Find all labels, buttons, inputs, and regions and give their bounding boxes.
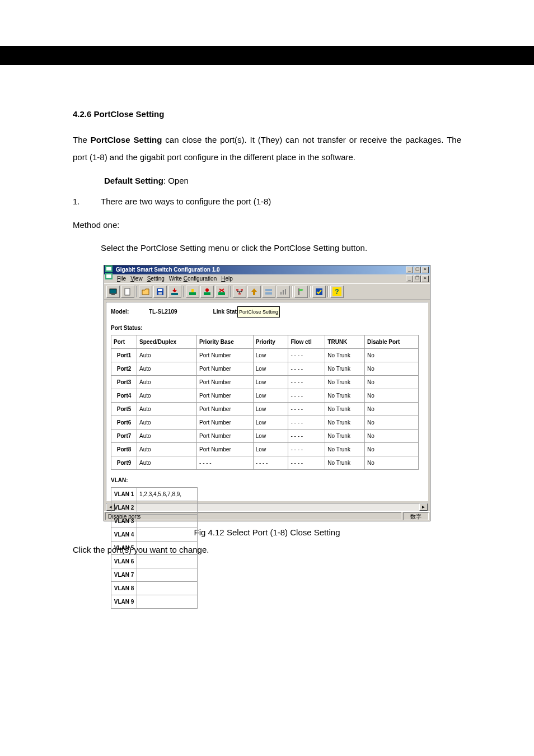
toolbar-btn-help-icon[interactable]: ?	[330, 286, 344, 298]
svg-rect-20	[238, 293, 241, 295]
menu-file[interactable]: FFileile	[117, 273, 126, 284]
cell-speed: Auto	[137, 456, 197, 469]
model-value: TL-SL2109	[149, 306, 177, 318]
toolbar-btn-network-icon[interactable]	[233, 286, 246, 298]
vlan-name: VLAN 3	[111, 514, 137, 528]
col-priority: Priority	[253, 335, 288, 348]
vlan-name: VLAN 7	[111, 568, 137, 581]
svg-rect-25	[285, 289, 286, 295]
cell-trunk: No Trunk	[325, 416, 365, 429]
table-row[interactable]: Port5AutoPort NumberLow- - - -No TrunkNo	[111, 402, 419, 416]
vlan-row[interactable]: VLAN 4	[111, 528, 198, 541]
vlan-row[interactable]: VLAN 11,2,3,4,5,6,7,8,9,	[111, 487, 198, 501]
maximize-button[interactable]: ▢	[414, 267, 421, 273]
cell-trunk: No Trunk	[325, 456, 365, 469]
toolbar-btn-save-icon[interactable]	[153, 286, 167, 298]
cell-speed: Auto	[137, 348, 197, 362]
toolbar-btn-trunk-icon[interactable]	[262, 286, 275, 298]
toolbar-btn-open-icon[interactable]	[139, 286, 152, 298]
col-disable: Disable Port	[364, 335, 418, 348]
mdi-close-button[interactable]: ×	[421, 276, 429, 282]
vlan-members	[137, 541, 198, 554]
toolbar-btn-up-arrow-icon[interactable]	[247, 286, 261, 298]
toolbar-btn-monitor-icon[interactable]	[106, 286, 120, 298]
vlan-members	[137, 501, 198, 514]
table-row[interactable]: Port3AutoPort NumberLow- - - -No TrunkNo	[111, 375, 419, 389]
svg-rect-15	[218, 292, 225, 295]
vlan-row[interactable]: VLAN 5	[111, 541, 198, 554]
cell-priority: Low	[253, 389, 288, 402]
vlan-row[interactable]: VLAN 2	[111, 501, 198, 514]
cell-priobase: Port Number	[197, 348, 254, 362]
toolbar-btn-download-icon[interactable]	[168, 286, 181, 298]
cell-speed: Auto	[137, 442, 197, 456]
scroll-right-arrow-icon[interactable]: ►	[419, 503, 428, 511]
table-row[interactable]: Port6AutoPort NumberLow- - - -No TrunkNo	[111, 416, 419, 429]
cell-speed: Auto	[137, 389, 197, 402]
menu-view[interactable]: View	[130, 273, 143, 284]
vlan-row[interactable]: VLAN 9	[111, 595, 198, 608]
cell-trunk: No Trunk	[325, 402, 365, 416]
mdi-child-icon	[105, 273, 113, 279]
table-row[interactable]: Port4AutoPort NumberLow- - - -No TrunkNo	[111, 389, 419, 402]
cell-port: Port6	[111, 416, 137, 429]
col-speed: Speed/Duplex	[137, 335, 197, 348]
toolbar-btn-flag-icon[interactable]	[294, 286, 308, 298]
cell-priority: Low	[253, 442, 288, 456]
minimize-button[interactable]: _	[406, 267, 413, 273]
port-status-table: Port Speed/Duplex Priority Base Priority…	[111, 335, 419, 470]
step-1-number: 1.	[73, 193, 101, 211]
toolbar-separator-6	[327, 286, 329, 297]
toolbar-btn-portclose-icon[interactable]	[215, 286, 228, 298]
toolbar-btn-new-icon[interactable]	[121, 286, 134, 298]
svg-rect-4	[110, 289, 116, 293]
vlan-row[interactable]: VLAN 3	[111, 514, 198, 528]
cell-flow: - - - -	[288, 375, 325, 389]
step-1-text: There are two ways to configure the port…	[101, 193, 271, 211]
table-row[interactable]: Port9Auto- - - -- - - -- - - -No TrunkNo	[111, 456, 419, 469]
cell-priobase: Port Number	[197, 416, 254, 429]
cell-disable: No	[364, 389, 418, 402]
svg-rect-6	[125, 288, 130, 295]
cell-port: Port2	[111, 362, 137, 375]
cell-speed: Auto	[137, 429, 197, 442]
port-status-label: Port Status:	[111, 322, 423, 334]
vlan-name: VLAN 1	[111, 487, 137, 501]
svg-rect-10	[171, 293, 178, 295]
cell-port: Port4	[111, 389, 137, 402]
vlan-row[interactable]: VLAN 8	[111, 581, 198, 595]
mdi-minimize-button[interactable]: _	[406, 276, 413, 282]
vlan-table: VLAN 11,2,3,4,5,6,7,8,9,VLAN 2VLAN 3VLAN…	[111, 487, 198, 609]
close-button[interactable]: ×	[421, 267, 429, 273]
menu-help[interactable]: Help	[221, 273, 233, 284]
table-row[interactable]: Port2AutoPort NumberLow- - - -No TrunkNo	[111, 362, 419, 375]
cell-disable: No	[364, 362, 418, 375]
cell-trunk: No Trunk	[325, 348, 365, 362]
cell-priobase: Port Number	[197, 375, 254, 389]
toolbar-separator-5	[310, 286, 311, 297]
cell-port: Port5	[111, 402, 137, 416]
cell-trunk: No Trunk	[325, 375, 365, 389]
cell-priobase: Port Number	[197, 429, 254, 442]
cell-flow: - - - -	[288, 402, 325, 416]
cell-speed: Auto	[137, 416, 197, 429]
toolbar-btn-speed-icon[interactable]	[186, 286, 199, 298]
cell-flow: - - - -	[288, 362, 325, 375]
mdi-restore-button[interactable]: ❐	[414, 276, 421, 282]
menu-writeconfig[interactable]: Write Configuration	[169, 273, 217, 284]
toolbar-separator-3	[230, 286, 231, 297]
vlan-row[interactable]: VLAN 6	[111, 554, 198, 568]
table-row[interactable]: Port7AutoPort NumberLow- - - -No TrunkNo	[111, 429, 419, 442]
toolbar-btn-chart-icon[interactable]	[277, 286, 290, 298]
toolbar-btn-write-icon[interactable]	[312, 286, 326, 298]
svg-rect-18	[236, 289, 238, 291]
toolbar-btn-priority-icon[interactable]	[200, 286, 214, 298]
vlan-row[interactable]: VLAN 7	[111, 568, 198, 581]
cell-port: Port9	[111, 456, 137, 469]
table-row[interactable]: Port8AutoPort NumberLow- - - -No TrunkNo	[111, 442, 419, 456]
cell-flow: - - - -	[288, 348, 325, 362]
para1-a: The	[73, 135, 91, 144]
menu-setting[interactable]: Setting	[147, 273, 165, 284]
table-row[interactable]: Port1AutoPort NumberLow- - - -No TrunkNo	[111, 348, 419, 362]
svg-rect-23	[280, 292, 282, 295]
